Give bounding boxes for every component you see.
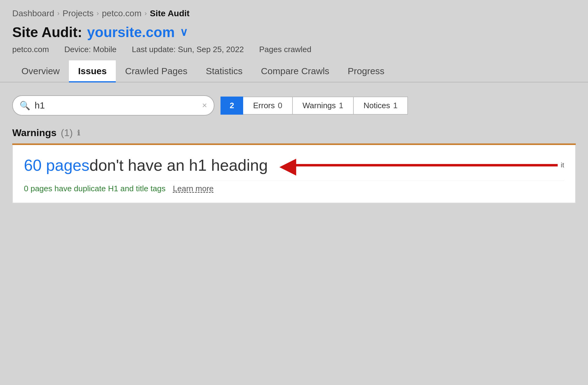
breadcrumb: Dashboard › Projects › petco.com › Site …: [12, 9, 576, 18]
issue-main-line: 60 pages don't have an h1 heading ◀ it: [24, 154, 564, 176]
site-name[interactable]: yoursite.com: [87, 24, 175, 40]
breadcrumb-dashboard[interactable]: Dashboard: [12, 9, 54, 18]
badge-total[interactable]: 2: [221, 97, 243, 115]
meta-device: Device: Mobile: [64, 45, 117, 54]
warnings-section-header: Warnings (1) ℹ: [12, 127, 576, 139]
issue-sub-line: 0 pages have duplicate H1 and title tags…: [24, 181, 564, 193]
meta-pages-crawled: Pages crawled: [259, 45, 311, 54]
badge-notices[interactable]: Notices 1: [354, 97, 408, 115]
info-icon[interactable]: ℹ: [77, 129, 80, 137]
search-box[interactable]: 🔍 ×: [12, 95, 214, 116]
tab-statistics[interactable]: Statistics: [197, 60, 252, 82]
tab-issues[interactable]: Issues: [69, 60, 116, 82]
meta-last-update: Last update: Sun, Sep 25, 2022: [132, 45, 244, 54]
arrow-label: it: [561, 161, 564, 169]
pages-link[interactable]: 60 pages: [24, 156, 89, 174]
search-input[interactable]: [35, 100, 198, 111]
breadcrumb-sep-3: ›: [145, 10, 147, 17]
page-title: Site Audit: yoursite.com ∨: [12, 24, 576, 40]
breadcrumb-site-audit: Site Audit: [150, 9, 190, 18]
tab-compare-crawls[interactable]: Compare Crawls: [252, 60, 338, 82]
search-filter-row: 🔍 × 2 Errors 0 Warnings 1 Notices 1: [12, 90, 576, 119]
breadcrumb-petco[interactable]: petco.com: [102, 9, 141, 18]
arrow-line: [296, 164, 558, 166]
warnings-count: (1): [61, 127, 73, 139]
chevron-down-icon[interactable]: ∨: [180, 26, 188, 39]
issue-description: don't have an h1 heading: [89, 156, 268, 174]
breadcrumb-sep-1: ›: [57, 10, 59, 17]
arrow-annotation: ◀ it: [279, 154, 564, 176]
breadcrumb-sep-2: ›: [96, 10, 99, 17]
issue-card: 60 pages don't have an h1 heading ◀ it 0…: [12, 145, 576, 203]
learn-more-link[interactable]: Learn more: [173, 184, 214, 193]
meta-domain: petco.com: [12, 45, 49, 54]
warnings-label: Warnings: [12, 127, 57, 139]
search-icon: 🔍: [20, 101, 30, 111]
issue-text: 60 pages don't have an h1 heading: [24, 156, 268, 174]
main-content: 🔍 × 2 Errors 0 Warnings 1 Notices 1 Warn…: [0, 82, 588, 211]
site-audit-label: Site Audit:: [12, 24, 82, 40]
sub-issue-link[interactable]: 0 pages have duplicate H1 and title tags: [24, 184, 166, 193]
meta-info: petco.com Device: Mobile Last update: Su…: [12, 45, 576, 57]
tab-overview[interactable]: Overview: [12, 60, 69, 82]
badge-warnings[interactable]: Warnings 1: [293, 97, 354, 115]
breadcrumb-projects[interactable]: Projects: [62, 9, 93, 18]
tab-crawled-pages[interactable]: Crawled Pages: [116, 60, 196, 82]
filter-badges: 2 Errors 0 Warnings 1 Notices 1: [221, 97, 408, 115]
tabs-bar: Overview Issues Crawled Pages Statistics…: [0, 60, 588, 82]
red-arrow-icon: ◀: [279, 154, 296, 176]
clear-icon[interactable]: ×: [202, 101, 207, 110]
badge-errors[interactable]: Errors 0: [243, 97, 292, 115]
tab-progress[interactable]: Progress: [338, 60, 394, 82]
